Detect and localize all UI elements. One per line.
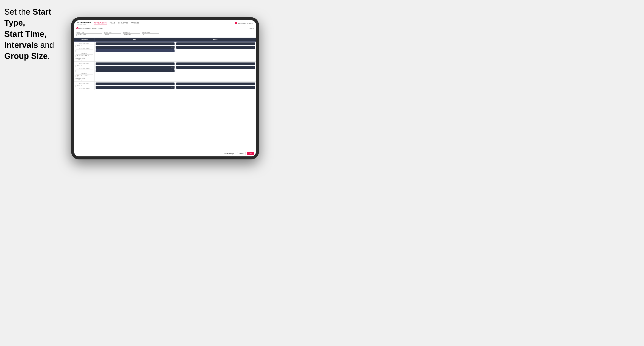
player-slot-5-2: ✕⋯ [96,86,174,89]
instruction-text: Set the Start Type, Start Time, Interval… [4,6,71,62]
starting-hole-label-3: STARTING HOLE: [76,88,93,89]
tee-settings-3: STARTING TIME: 10:20 ⏱ STARTING HOLE: [74,82,95,90]
more-icon[interactable]: ⋯ [172,83,174,85]
close-icon[interactable]: ✕ [251,67,252,68]
course-badge-2[interactable]: 🏌 East Lake GC ✕ ▼ [76,75,93,77]
remove-group-btn-2[interactable]: ⊖ Remove Group [76,78,93,79]
starting-time-input-2[interactable]: 10:10 ⏱ [76,65,93,67]
instruction-line3-normal: and [38,40,54,49]
controls-row: Start Type 1st Tee Start ▼ Start Time 10… [74,30,256,38]
hole-value-2: 1 [76,70,78,72]
team1-col-2: ✕⋯ ✕⋯ ✕⋯ [95,62,176,81]
remove-group-btn-1[interactable]: ⊖ Remove Group [76,58,93,59]
team1-header: Team 1 [95,38,176,41]
start-type-group: Start Type 1st Tee Start ▼ [76,32,102,36]
close-icon[interactable]: ✕ [171,50,172,51]
table-header: Tee Time Team 1 Team 2 [74,38,256,42]
close-icon[interactable]: ✕ [171,87,172,88]
group-size-select[interactable]: 3 ▼ [142,33,159,36]
nav-user: blair@clippd.io | Sign out [235,22,253,24]
instruction-line1-normal: Set the [4,7,32,16]
team2-col-3: ✕⋯ ✕⋯ [176,82,256,90]
add-group-btn-2[interactable]: + Add Group [76,79,93,81]
start-type-select[interactable]: 1st Tee Start ▼ [76,33,102,36]
starting-hole-input-2[interactable]: 1 ▼ [76,70,93,72]
player-slot-1-1: ✕⋯ [96,42,174,45]
nav-tab-rankings[interactable]: RANKINGS [130,21,140,25]
more-icon[interactable]: ⋯ [172,50,174,51]
more-icon[interactable]: ⋯ [253,43,254,45]
close-icon[interactable]: ✕ [251,87,252,88]
nav-tab-teams[interactable]: TEAMS [109,21,116,25]
hole-value-1: 1 [76,50,78,51]
course-badge-1[interactable]: (A) Peachtree GC ✕ ▼ [76,54,93,57]
breadcrumb-section[interactable]: Hosting [98,27,103,29]
intervals-select[interactable]: 10 Minutes ▼ [123,33,140,36]
player-slot-2-1: ✕⋯ [176,42,255,45]
add-group-btn-1[interactable]: + Add Group [76,59,93,61]
nav-tabs: TOURNAMENTS TEAMS COMMITTEE RANKINGS [94,21,235,25]
tablet-device: SCOREBOARD Powered by clippd TOURNAMENTS… [71,17,259,160]
close-icon[interactable]: ✕ [171,83,172,85]
chevron-down-icon: ▼ [79,70,80,72]
cancel-button[interactable]: Cancel [237,152,246,155]
save-button[interactable]: Save [247,152,254,155]
more-icon[interactable]: ⋯ [253,63,254,65]
starting-hole-input-1[interactable]: 1 ▼ [76,49,93,52]
starting-time-input-1[interactable]: 10:00 ⏱ [76,45,93,47]
close-icon[interactable]: ✕ [171,43,172,45]
player-slot-3-2: ✕⋯ [96,66,174,69]
breadcrumb: C Clippd Invitational (May) › Hosting [76,27,103,29]
group-size-value: 3 [143,34,144,35]
more-icon[interactable]: ⋯ [172,46,174,48]
more-icon[interactable]: ⋯ [172,67,174,68]
close-icon[interactable]: ✕ [251,46,252,48]
reset-changes-button[interactable]: Reset Changes [222,152,236,155]
chevron-down-icon: ▼ [90,75,91,76]
close-icon[interactable]: ✕ [171,67,172,68]
back-button[interactable]: ‹ Back [250,27,254,29]
instruction-line2-bold: Start Time, [4,29,46,38]
start-type-label: Start Type [76,32,102,33]
time-value-3: 10:20 [76,85,80,87]
close-icon[interactable]: ✕ [171,63,172,65]
player-slot-6-2: ✕⋯ [176,86,255,89]
more-icon[interactable]: ⋯ [253,46,254,48]
close-icon[interactable]: ✕ [171,70,172,72]
sign-out-link[interactable]: Sign out [248,23,253,24]
remove-course-icon[interactable]: ✕ [88,55,89,56]
more-icon[interactable]: ⋯ [172,70,174,72]
brand-icon: C [76,27,78,29]
more-icon[interactable]: ⋯ [172,43,174,45]
remove-course-icon[interactable]: ✕ [88,75,88,76]
more-icon[interactable]: ⋯ [253,83,254,85]
player-slot-1-3: ✕⋯ [96,49,174,52]
close-icon[interactable]: ✕ [251,43,252,45]
nav-tab-committee[interactable]: COMMITTEE [118,21,128,25]
start-time-value: 10:00 [105,34,109,35]
chevron-down-icon: ▼ [98,34,99,35]
course-value-1: (A) Peachtree GC [76,55,87,56]
start-type-value: 1st Tee Start [78,34,86,35]
player-slot-1-2: ✕⋯ [96,46,174,49]
clock-icon: ⏱ [80,85,82,87]
tee-actions-2: ⊖ Remove Group + Add Group [76,78,93,81]
more-icon[interactable]: ⋯ [172,63,174,65]
clock-icon: ⏱ [80,45,82,46]
close-icon[interactable]: ✕ [171,46,172,48]
more-icon[interactable]: ⋯ [253,67,254,68]
tournament-name[interactable]: Clippd Invitational (May) [80,27,96,29]
tee-group-1: STARTING TIME: 10:00 ⏱ STARTING HOLE: 1 … [74,42,256,62]
chevron-down-icon: ▼ [136,34,137,35]
start-time-select[interactable]: 10:00 ▼ [104,33,121,36]
more-icon[interactable]: ⋯ [172,87,174,88]
team2-header: Team 2 [176,38,256,41]
nav-tab-tournaments[interactable]: TOURNAMENTS [94,21,107,25]
chevron-down-icon: ▼ [79,50,80,51]
close-icon[interactable]: ✕ [251,83,252,85]
player-slot-5-1: ✕⋯ [96,83,174,85]
starting-time-input-3[interactable]: 10:20 ⏱ [76,85,93,87]
more-icon[interactable]: ⋯ [253,87,254,88]
team1-col-3: ✕⋯ ✕⋯ [95,82,176,90]
close-icon[interactable]: ✕ [251,63,252,65]
